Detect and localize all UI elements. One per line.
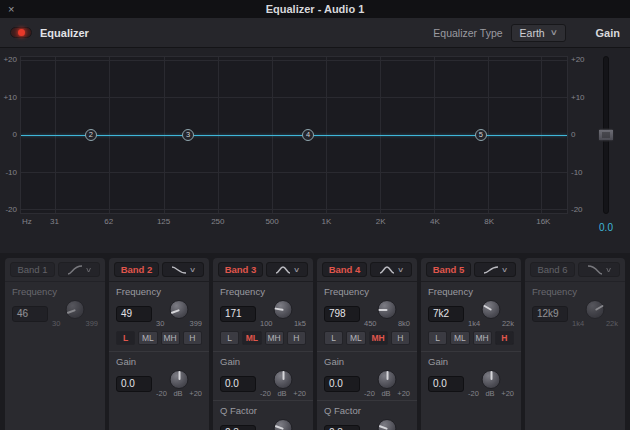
output-gain-slider[interactable] [603, 56, 609, 214]
band-2-frequency-value[interactable]: 49 [116, 306, 152, 322]
band-6-enable-button[interactable]: Band 6 [530, 262, 575, 277]
gain-label: Gain [116, 356, 202, 367]
band-4-enable-button[interactable]: Band 4 [322, 262, 367, 277]
band-5-range-low[interactable]: L [428, 331, 447, 345]
band-2-gain-knob[interactable] [170, 370, 189, 389]
chevron-down-icon: ∨ [85, 266, 92, 274]
equalizer-type-value: Earth [520, 27, 545, 39]
window-title: Equalizer - Audio 1 [0, 3, 630, 15]
chevron-down-icon: ∨ [501, 266, 508, 274]
low-pass-icon [587, 265, 603, 275]
gain-label: Gain [596, 27, 620, 39]
band-4-q-value[interactable]: 2.3 [324, 425, 360, 430]
equalizer-power-toggle[interactable] [10, 27, 32, 38]
eq-graph[interactable]: 2 3 4 5 [20, 56, 568, 214]
band-2-panel: Band 2 ∨ Frequency 49 30 399 [109, 258, 209, 430]
band-5-gain-value[interactable]: 0.0 [428, 376, 464, 392]
band-5-panel: Band 5 ∨ Frequency 7k2 1k4 22k [421, 258, 521, 430]
band-5-enable-button[interactable]: Band 5 [426, 262, 471, 277]
band-4-range-midlow[interactable]: ML [346, 331, 365, 345]
band-3-range-midlow[interactable]: ML [242, 331, 261, 345]
eq-node-band-5[interactable]: 5 [475, 129, 487, 141]
band-2-enable-button[interactable]: Band 2 [114, 262, 159, 277]
high-shelf-icon [483, 265, 499, 275]
chevron-down-icon: ∨ [397, 266, 404, 274]
frequency-label: Frequency [324, 286, 410, 297]
titlebar: × Equalizer - Audio 1 [0, 0, 630, 18]
band-4-gain-value[interactable]: 0.0 [324, 376, 360, 392]
eq-node-band-2[interactable]: 2 [85, 129, 97, 141]
output-gain-value: 0.0 [599, 222, 613, 233]
band-1-frequency-value[interactable]: 46 [12, 306, 48, 322]
band-5-gain-knob[interactable] [482, 370, 501, 389]
band-panels: Band 1 ∨ Frequency 46 30 399 [0, 253, 630, 430]
band-1-enable-button[interactable]: Band 1 [10, 262, 55, 277]
band-3-panel: Band 3 ∨ Frequency 171 100 1k5 [213, 258, 313, 430]
band-5-frequency-value[interactable]: 7k2 [428, 306, 464, 322]
equalizer-window: × Equalizer - Audio 1 Equalizer Equalize… [0, 0, 630, 430]
band-4-q-knob[interactable] [378, 419, 397, 430]
chevron-down-icon: ∨ [189, 266, 196, 274]
band-2-range-low[interactable]: L [116, 331, 135, 345]
equalizer-type-dropdown[interactable]: Earth ∨ [511, 24, 566, 42]
q-factor-label: Q Factor [324, 405, 410, 416]
band-2-gain-value[interactable]: 0.0 [116, 376, 152, 392]
graph-section: +20 +10 0 -10 -20 2 3 4 5 Hz 31 62 125 2… [0, 48, 630, 233]
band-6-shape-dropdown[interactable]: ∨ [578, 262, 620, 277]
band-4-range-low[interactable]: L [324, 331, 343, 345]
band-2-range-midhigh[interactable]: MH [161, 331, 180, 345]
band-1-shape-dropdown[interactable]: ∨ [58, 262, 100, 277]
band-2-range-midlow[interactable]: ML [138, 331, 157, 345]
band-3-frequency-knob[interactable] [274, 300, 293, 319]
frequency-label: Frequency [116, 286, 202, 297]
eq-node-band-4[interactable]: 4 [302, 129, 314, 141]
frequency-label: Frequency [220, 286, 306, 297]
frequency-label: Frequency [428, 286, 514, 297]
band-2-shape-dropdown[interactable]: ∨ [162, 262, 204, 277]
band-3-enable-button[interactable]: Band 3 [218, 262, 263, 277]
band-4-frequency-knob[interactable] [378, 300, 397, 319]
band-2-frequency-knob[interactable] [170, 300, 189, 319]
band-5-frequency-knob[interactable] [482, 300, 501, 319]
equalizer-label: Equalizer [40, 27, 89, 39]
y-axis-labels-left: +20 +10 0 -10 -20 [2, 56, 20, 214]
band-6-frequency-value[interactable]: 12k9 [532, 306, 568, 322]
band-1-panel: Band 1 ∨ Frequency 46 30 399 [5, 258, 105, 430]
chevron-down-icon: ∨ [293, 266, 300, 274]
chevron-down-icon: ∨ [550, 28, 558, 37]
bell-icon [275, 265, 291, 275]
band-4-frequency-value[interactable]: 798 [324, 306, 360, 322]
gain-label: Gain [428, 356, 514, 367]
close-icon[interactable]: × [0, 0, 22, 18]
band-5-range-midlow[interactable]: ML [450, 331, 469, 345]
band-6-frequency-knob[interactable] [586, 300, 605, 319]
band-1-frequency-knob[interactable] [66, 300, 85, 319]
band-5-shape-dropdown[interactable]: ∨ [474, 262, 516, 277]
band-3-range-high[interactable]: H [287, 331, 306, 345]
band-3-q-knob[interactable] [274, 419, 293, 430]
band-3-frequency-value[interactable]: 171 [220, 306, 256, 322]
low-shelf-icon [171, 265, 187, 275]
eq-node-band-3[interactable]: 3 [182, 129, 194, 141]
chevron-down-icon: ∨ [605, 266, 612, 274]
band-2-range-high[interactable]: H [183, 331, 202, 345]
band-5-range-high[interactable]: H [495, 331, 514, 345]
equalizer-type-label: Equalizer Type [433, 27, 502, 39]
band-3-q-value[interactable]: 2.3 [220, 425, 256, 430]
band-4-range-midhigh[interactable]: MH [369, 331, 388, 345]
band-3-range-midhigh[interactable]: MH [265, 331, 284, 345]
gain-label: Gain [220, 356, 306, 367]
band-4-range-high[interactable]: H [391, 331, 410, 345]
high-pass-icon [67, 265, 83, 275]
band-3-gain-knob[interactable] [274, 370, 293, 389]
output-gain-slider-handle[interactable] [598, 129, 614, 142]
band-4-gain-knob[interactable] [378, 370, 397, 389]
gain-label: Gain [324, 356, 410, 367]
band-3-range-low[interactable]: L [220, 331, 239, 345]
y-axis-labels-right: +20 +10 0 -10 -20 [568, 56, 586, 214]
band-3-shape-dropdown[interactable]: ∨ [266, 262, 308, 277]
band-5-range-midhigh[interactable]: MH [473, 331, 492, 345]
band-3-gain-value[interactable]: 0.0 [220, 376, 256, 392]
band-4-shape-dropdown[interactable]: ∨ [370, 262, 412, 277]
frequency-label: Frequency [12, 286, 98, 297]
